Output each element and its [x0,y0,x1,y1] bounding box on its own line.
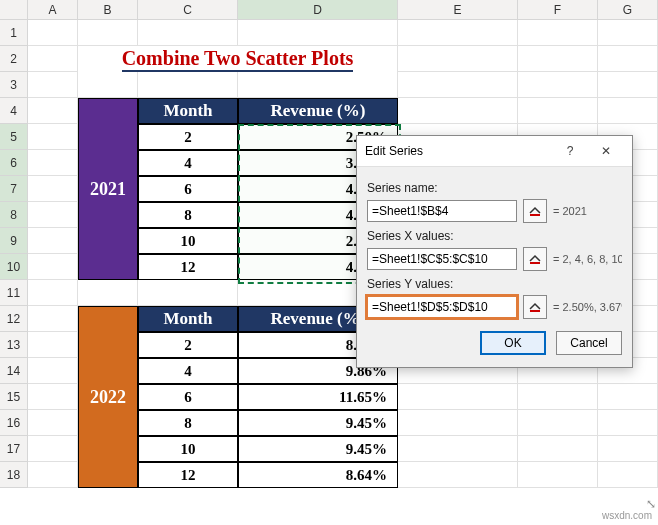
cell-B11[interactable] [78,280,138,306]
select-all-corner[interactable] [0,0,28,20]
row-hdr-13[interactable]: 13 [0,332,28,358]
t2-hdr-month[interactable]: Month [138,306,238,332]
cell-F17[interactable] [518,436,598,462]
cell-G18[interactable] [598,462,658,488]
cell-A8[interactable] [28,202,78,228]
series-x-input[interactable]: =Sheet1!$C$5:$C$10 [367,248,517,270]
series-name-ref-button[interactable] [523,199,547,223]
col-hdr-B[interactable]: B [78,0,138,20]
cell-B1[interactable] [78,20,138,46]
cell-C3[interactable] [138,72,238,98]
row-hdr-3[interactable]: 3 [0,72,28,98]
row-hdr-6[interactable]: 6 [0,150,28,176]
t1-r5-m[interactable]: 12 [138,254,238,280]
cell-D3[interactable] [238,72,398,98]
cell-E2[interactable] [398,46,518,72]
row-hdr-4[interactable]: 4 [0,98,28,124]
cell-A3[interactable] [28,72,78,98]
row-hdr-10[interactable]: 10 [0,254,28,280]
row-hdr-1[interactable]: 1 [0,20,28,46]
t2-r0-m[interactable]: 2 [138,332,238,358]
cell-G2[interactable] [598,46,658,72]
row-hdr-7[interactable]: 7 [0,176,28,202]
row-hdr-15[interactable]: 15 [0,384,28,410]
cell-A12[interactable] [28,306,78,332]
cell-F4[interactable] [518,98,598,124]
cell-E3[interactable] [398,72,518,98]
dialog-titlebar[interactable]: Edit Series ? ✕ [357,136,632,167]
cell-A4[interactable] [28,98,78,124]
title-cell[interactable]: Combine Two Scatter Plots [78,46,398,72]
help-button[interactable]: ? [552,137,588,165]
row-hdr-12[interactable]: 12 [0,306,28,332]
row-hdr-8[interactable]: 8 [0,202,28,228]
cell-A5[interactable] [28,124,78,150]
t2-r4-r[interactable]: 9.45% [238,436,398,462]
cell-A9[interactable] [28,228,78,254]
cell-A11[interactable] [28,280,78,306]
year-2021-label[interactable]: 2021 [78,98,138,280]
series-y-input[interactable]: =Sheet1!$D$5:$D$10 [367,296,517,318]
cell-E16[interactable] [398,410,518,436]
cell-A16[interactable] [28,410,78,436]
col-hdr-A[interactable]: A [28,0,78,20]
close-button[interactable]: ✕ [588,137,624,165]
t2-r3-r[interactable]: 9.45% [238,410,398,436]
cell-G16[interactable] [598,410,658,436]
cell-G3[interactable] [598,72,658,98]
series-name-input[interactable]: =Sheet1!$B$4 [367,200,517,222]
cell-B3[interactable] [78,72,138,98]
series-y-ref-button[interactable] [523,295,547,319]
cell-E18[interactable] [398,462,518,488]
t2-r2-r[interactable]: 11.65% [238,384,398,410]
year-2022-label[interactable]: 2022 [78,306,138,488]
cell-E1[interactable] [398,20,518,46]
cell-A13[interactable] [28,332,78,358]
t1-r0-m[interactable]: 2 [138,124,238,150]
t1-hdr-revenue[interactable]: Revenue (%) [238,98,398,124]
col-hdr-G[interactable]: G [598,0,658,20]
row-hdr-9[interactable]: 9 [0,228,28,254]
row-hdr-5[interactable]: 5 [0,124,28,150]
cell-F3[interactable] [518,72,598,98]
cell-F18[interactable] [518,462,598,488]
cell-G4[interactable] [598,98,658,124]
t2-r4-m[interactable]: 10 [138,436,238,462]
t2-r5-m[interactable]: 12 [138,462,238,488]
row-hdr-11[interactable]: 11 [0,280,28,306]
col-hdr-C[interactable]: C [138,0,238,20]
cell-F15[interactable] [518,384,598,410]
cell-G15[interactable] [598,384,658,410]
cell-A14[interactable] [28,358,78,384]
col-hdr-F[interactable]: F [518,0,598,20]
t1-r2-m[interactable]: 6 [138,176,238,202]
t2-r1-m[interactable]: 4 [138,358,238,384]
cell-A2[interactable] [28,46,78,72]
series-x-ref-button[interactable] [523,247,547,271]
t2-r2-m[interactable]: 6 [138,384,238,410]
cell-A10[interactable] [28,254,78,280]
cell-C1[interactable] [138,20,238,46]
cell-D1[interactable] [238,20,398,46]
col-hdr-D[interactable]: D [238,0,398,20]
col-hdr-E[interactable]: E [398,0,518,20]
row-hdr-18[interactable]: 18 [0,462,28,488]
cell-F16[interactable] [518,410,598,436]
cell-F2[interactable] [518,46,598,72]
cell-F1[interactable] [518,20,598,46]
cell-A1[interactable] [28,20,78,46]
cell-G17[interactable] [598,436,658,462]
cell-A17[interactable] [28,436,78,462]
t2-r3-m[interactable]: 8 [138,410,238,436]
t1-r4-m[interactable]: 10 [138,228,238,254]
row-hdr-16[interactable]: 16 [0,410,28,436]
row-hdr-17[interactable]: 17 [0,436,28,462]
row-hdr-14[interactable]: 14 [0,358,28,384]
cell-A18[interactable] [28,462,78,488]
cell-A6[interactable] [28,150,78,176]
t1-r1-m[interactable]: 4 [138,150,238,176]
cell-E4[interactable] [398,98,518,124]
ok-button[interactable]: OK [480,331,546,355]
cell-C11[interactable] [138,280,238,306]
cell-A7[interactable] [28,176,78,202]
